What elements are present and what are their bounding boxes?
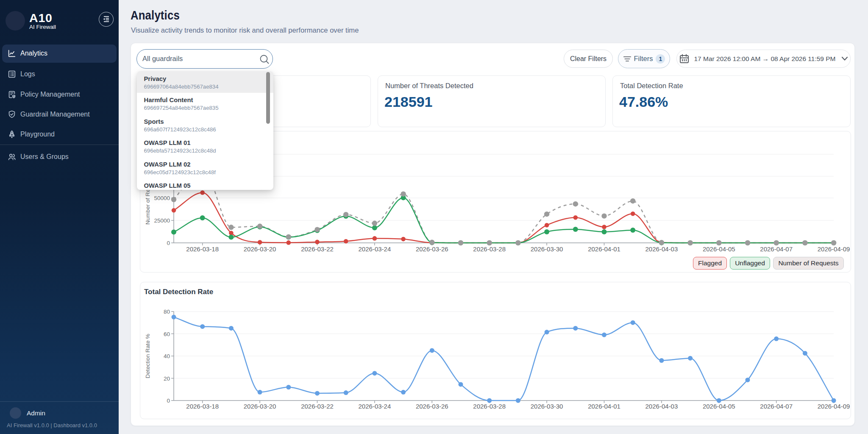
svg-text:2026-03-26: 2026-03-26 xyxy=(416,245,448,253)
svg-text:40: 40 xyxy=(164,353,170,359)
svg-text:2026-04-05: 2026-04-05 xyxy=(703,403,735,410)
svg-text:2026-03-18: 2026-03-18 xyxy=(186,245,219,253)
svg-text:2026-03-22: 2026-03-22 xyxy=(301,403,334,410)
svg-text:2026-04-09: 2026-04-09 xyxy=(818,403,850,410)
svg-text:2026-03-28: 2026-03-28 xyxy=(473,245,506,253)
svg-text:2026-04-01: 2026-04-01 xyxy=(588,403,620,410)
svg-text:2026-03-30: 2026-03-30 xyxy=(531,245,563,253)
svg-text:2026-04-07: 2026-04-07 xyxy=(760,245,793,253)
svg-text:2026-03-22: 2026-03-22 xyxy=(301,245,334,253)
svg-text:50000: 50000 xyxy=(154,195,170,201)
svg-text:2026-04-07: 2026-04-07 xyxy=(760,403,793,410)
svg-text:20: 20 xyxy=(164,376,170,382)
svg-text:2026-04-03: 2026-04-03 xyxy=(645,403,678,410)
svg-text:80: 80 xyxy=(164,309,170,315)
svg-text:2026-03-26: 2026-03-26 xyxy=(416,403,448,410)
svg-text:Detection Rate %: Detection Rate % xyxy=(145,334,151,378)
svg-text:25000: 25000 xyxy=(154,217,170,224)
svg-text:2026-04-05: 2026-04-05 xyxy=(703,245,735,253)
svg-text:2026-03-30: 2026-03-30 xyxy=(531,403,563,410)
svg-text:2026-03-20: 2026-03-20 xyxy=(244,245,276,253)
svg-text:2026-04-01: 2026-04-01 xyxy=(588,245,620,253)
svg-text:60: 60 xyxy=(164,331,170,337)
svg-text:2026-03-24: 2026-03-24 xyxy=(359,403,391,410)
svg-text:2026-04-03: 2026-04-03 xyxy=(645,245,678,253)
svg-text:2026-03-24: 2026-03-24 xyxy=(359,245,391,253)
svg-text:2026-03-28: 2026-03-28 xyxy=(473,403,506,410)
svg-text:0: 0 xyxy=(167,398,170,404)
svg-text:2026-04-09: 2026-04-09 xyxy=(818,245,850,253)
svg-text:2026-03-18: 2026-03-18 xyxy=(186,403,219,410)
svg-text:2026-03-20: 2026-03-20 xyxy=(244,403,276,410)
svg-text:0: 0 xyxy=(167,240,170,246)
